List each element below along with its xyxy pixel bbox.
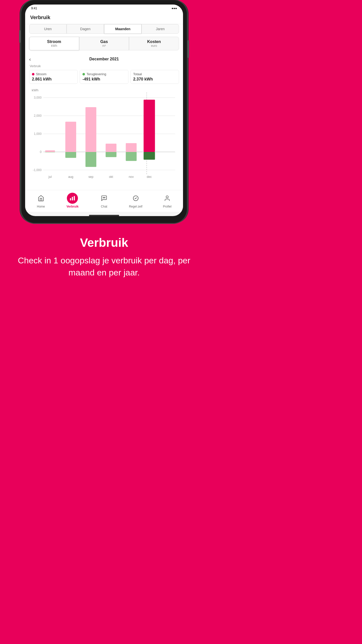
tab-stroom[interactable]: Stroom kWh [29,37,79,50]
svg-rect-17 [106,144,116,152]
totaal-label: Totaal [133,72,142,76]
home-icon [35,193,47,204]
nav-chat-label: Chat [101,205,107,208]
nav-profiel-label: Profiel [163,205,171,208]
nav-regel-zelf[interactable]: Regel zelf [127,193,145,208]
svg-rect-32 [74,196,75,200]
svg-text:3,000: 3,000 [34,96,41,99]
stroom-dot [32,73,34,75]
svg-text:aug: aug [68,175,73,179]
verbruik-icon [67,193,78,204]
svg-point-34 [104,197,104,198]
legend-stroom: Stroom 2.861 kWh [29,70,78,84]
stroom-value: 2.861 kWh [32,77,75,82]
svg-rect-13 [65,122,76,152]
app-header: Verbruik [25,12,183,24]
tab-gas[interactable]: Gas m³ [79,37,129,50]
svg-text:kWh: kWh [32,88,38,92]
svg-text:nov: nov [129,175,134,179]
promo-title: Verbruik [10,236,198,250]
promo-description: Check in 1 oogopslag je verbruik per dag… [10,255,198,278]
svg-text:jul: jul [48,175,52,179]
profiel-icon [162,193,173,204]
nav-regel-zelf-label: Regel zelf [129,205,142,208]
bottom-nav: Home Verbruik [25,190,183,212]
svg-rect-12 [45,152,55,152]
svg-rect-16 [85,152,96,167]
svg-text:1,000: 1,000 [34,132,41,136]
svg-rect-11 [45,150,55,152]
energy-tabs: Stroom kWh Gas m³ Kosten euro [25,37,183,54]
svg-rect-14 [65,152,76,158]
chart-svg-wrapper: kWh 3,000 2,000 1,000 0 [29,87,179,186]
nav-verbruik[interactable]: Verbruik [64,193,81,208]
nav-home[interactable]: Home [32,193,50,208]
chart-container: ‹ December 2021 Verbruik Stroom 2.861 kW… [25,54,183,190]
chart-period-title: December 2021 [89,57,119,61]
tab-dagen[interactable]: Dagen [67,24,104,34]
phone-wrapper: 9:41 ●●● Verbruik Uren Dagen Maanden Jar… [16,0,192,223]
svg-rect-31 [72,197,73,200]
svg-text:2,000: 2,000 [34,114,41,117]
svg-text:sep: sep [88,175,94,179]
nav-home-label: Home [37,205,45,208]
time: 9:41 [31,7,37,10]
svg-rect-22 [144,100,155,152]
page-title: Verbruik [30,15,178,20]
tab-kosten[interactable]: Kosten euro [129,37,179,50]
tab-maanden[interactable]: Maanden [104,24,142,34]
back-button[interactable]: ‹ [29,56,31,62]
svg-point-35 [105,197,105,198]
promo-section: Verbruik Check in 1 oogopslag je verbrui… [0,223,208,294]
svg-text:0: 0 [40,150,41,154]
nav-chat[interactable]: Chat [95,193,113,208]
home-indicator [89,215,119,216]
svg-point-33 [103,197,104,198]
legend-teruglevering: Teruglevering -491 kWh [80,70,128,84]
totaal-value: 2.370 kWh [133,77,176,82]
teruglevering-label: Teruglevering [86,72,106,76]
period-tabs: Uren Dagen Maanden Jaren [25,24,183,37]
svg-rect-15 [85,107,96,152]
stroom-label: Stroom [36,72,47,76]
svg-rect-20 [126,152,137,161]
tab-uren[interactable]: Uren [29,24,67,34]
teruglevering-value: -491 kWh [82,77,125,82]
svg-text:-1,000: -1,000 [33,168,41,172]
svg-text:okt: okt [109,175,113,179]
chat-icon [99,193,110,204]
nav-profiel[interactable]: Profiel [158,193,176,208]
status-bar: 9:41 ●●● [25,5,183,12]
regel-zelf-icon [130,193,141,204]
svg-rect-19 [126,143,137,152]
svg-point-37 [166,196,168,198]
chart-svg: kWh 3,000 2,000 1,000 0 [29,87,179,185]
svg-rect-30 [70,198,71,200]
legend-row: Stroom 2.861 kWh Teruglevering -491 kWh [29,70,179,84]
phone-screen: 9:41 ●●● Verbruik Uren Dagen Maanden Jar… [25,5,183,216]
svg-rect-18 [106,152,116,157]
chart-nav: ‹ December 2021 [29,57,179,61]
legend-totaal: Totaal 2.370 kWh [130,70,179,84]
svg-text:dec: dec [147,175,152,179]
svg-rect-23 [144,152,155,160]
tab-jaren[interactable]: Jaren [142,24,179,34]
teruglevering-dot [82,73,85,75]
phone-frame: 9:41 ●●● Verbruik Uren Dagen Maanden Jar… [21,0,187,223]
nav-verbruik-label: Verbruik [66,205,78,208]
chart-verbruik-label: Verbruik [29,64,179,68]
status-icons: ●●● [171,7,177,10]
